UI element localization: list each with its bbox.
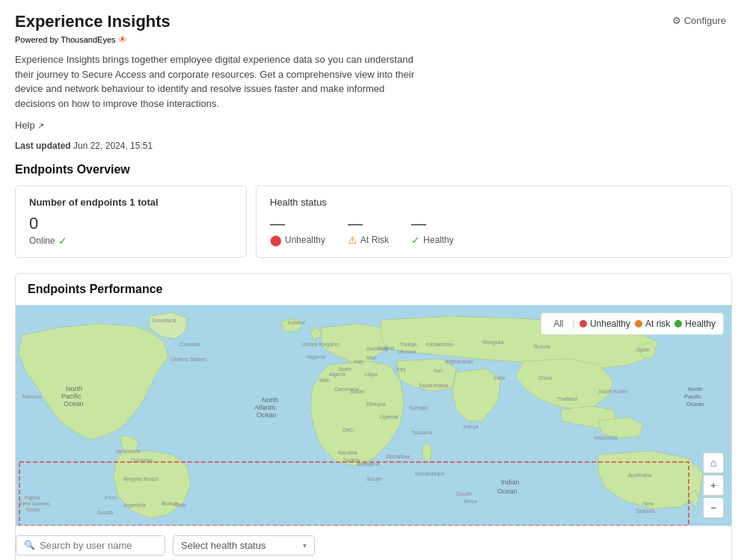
filter-healthy-item[interactable]: Healthy xyxy=(674,319,716,329)
help-link[interactable]: Help ↗ xyxy=(15,118,419,133)
filter-atrisk-item[interactable]: At risk xyxy=(635,319,670,329)
svg-text:Pacific: Pacific xyxy=(684,393,702,400)
map-filter-panel: All | Unhealthy At risk Healthy xyxy=(541,313,724,335)
svg-text:Iraq: Iraq xyxy=(396,366,405,372)
svg-text:Venezuela: Venezuela xyxy=(116,449,141,454)
svg-text:Nigeria: Nigeria xyxy=(307,354,326,360)
svg-text:Italy: Italy xyxy=(354,359,363,365)
svg-text:Argentina: Argentina xyxy=(123,502,146,508)
svg-text:South: South xyxy=(456,490,472,497)
svg-text:India: India xyxy=(494,375,505,381)
endpoints-label: Number of endpoints 1 total xyxy=(29,197,233,208)
svg-text:Zealand: Zealand xyxy=(636,508,654,514)
svg-text:South: South xyxy=(26,507,40,512)
world-map[interactable]: North Pacific Ocean North Atlantic Ocean… xyxy=(16,305,731,526)
svg-text:Ocean: Ocean xyxy=(64,400,84,407)
svg-text:Indonesia: Indonesia xyxy=(594,435,617,440)
health-status-select[interactable]: Select health status Unhealthy At Risk H… xyxy=(181,540,303,551)
search-input[interactable] xyxy=(40,540,157,551)
svg-text:South: South xyxy=(97,509,113,516)
performance-title: Endpoints Performance xyxy=(28,283,719,296)
svg-text:Tanzania: Tanzania xyxy=(411,430,432,435)
svg-text:China: China xyxy=(538,375,552,381)
search-icon: 🔍 xyxy=(24,540,35,550)
map-controls: ⌂ + − xyxy=(703,452,724,518)
svg-text:Thailand: Thailand xyxy=(557,396,577,401)
svg-text:Angola: Angola xyxy=(123,476,142,482)
svg-text:Colombia: Colombia xyxy=(131,458,153,463)
svg-text:Cameroon: Cameroon xyxy=(334,387,359,392)
endpoints-count: 0 xyxy=(29,214,233,233)
svg-text:Botswana: Botswana xyxy=(357,461,380,467)
endpoints-performance-section: Endpoints Performance xyxy=(15,273,732,561)
svg-text:Greenland: Greenland xyxy=(152,318,176,323)
filter-all-button[interactable]: All xyxy=(549,317,568,330)
map-zoom-in-button[interactable]: + xyxy=(703,475,724,496)
health-at-risk: — ⚠ At Risk xyxy=(348,215,389,246)
svg-text:Africa: Africa xyxy=(464,499,477,504)
svg-text:Iceland: Iceland xyxy=(288,320,305,325)
svg-text:Kenya: Kenya xyxy=(464,424,479,430)
svg-text:Mozambique: Mozambique xyxy=(415,471,445,477)
health-healthy: — ✓ Healthy xyxy=(411,215,454,246)
chevron-down-icon: ▾ xyxy=(303,541,307,550)
health-status-title: Health status xyxy=(270,197,718,208)
health-status-select-wrapper[interactable]: Select health status Unhealthy At Risk H… xyxy=(173,535,315,556)
svg-text:Kazakhstan: Kazakhstan xyxy=(426,342,454,347)
svg-text:Somalia: Somalia xyxy=(409,405,428,410)
svg-text:Spain: Spain xyxy=(338,366,351,372)
svg-text:Ocean: Ocean xyxy=(256,411,277,419)
svg-text:Namibia: Namibia xyxy=(338,450,357,455)
svg-text:Pacific: Pacific xyxy=(61,393,82,400)
svg-text:Mongolia: Mongolia xyxy=(482,339,504,345)
svg-text:Ocean: Ocean xyxy=(497,487,517,495)
svg-text:Mali: Mali xyxy=(366,355,376,360)
svg-text:Bolivia: Bolivia xyxy=(162,500,179,507)
svg-text:North: North xyxy=(688,386,703,393)
svg-text:Russia: Russia xyxy=(534,344,550,349)
svg-text:Libya: Libya xyxy=(365,372,378,378)
svg-text:Papua: Papua xyxy=(25,495,40,501)
svg-text:Atlantic: Atlantic xyxy=(254,404,277,411)
svg-text:Ukraine: Ukraine xyxy=(398,349,416,354)
svg-text:North: North xyxy=(66,385,82,393)
svg-text:Japan: Japan xyxy=(636,347,650,353)
last-updated: Last updated Jun 22, 2024, 15:51 xyxy=(15,141,732,151)
svg-text:Peru: Peru xyxy=(105,494,117,501)
search-row: 🔍 Select health status Unhealthy At Risk… xyxy=(16,526,731,561)
svg-text:DRC: DRC xyxy=(342,428,354,433)
svg-text:Ethiopia: Ethiopia xyxy=(366,401,385,407)
svg-text:Saudi Arabia: Saudi Arabia xyxy=(419,383,449,388)
svg-text:South: South xyxy=(366,476,382,482)
svg-text:Indian: Indian xyxy=(501,479,520,486)
svg-text:Brazil: Brazil xyxy=(144,476,159,482)
endpoints-count-card: Number of endpoints 1 total 0 Online ✓ xyxy=(15,185,247,258)
unhealthy-dot xyxy=(580,320,587,327)
atrisk-dot xyxy=(635,320,642,327)
map-zoom-out-button[interactable]: − xyxy=(703,497,724,518)
health-status-card: Health status — ⬤ Unhealthy — ⚠ At Risk xyxy=(256,185,732,258)
healthy-dot xyxy=(674,320,682,327)
svg-text:Zambia: Zambia xyxy=(342,458,360,463)
svg-text:New Guinea: New Guinea xyxy=(20,501,49,506)
page-title: Experience Insights xyxy=(15,12,170,31)
description-text: Experience Insights brings together empl… xyxy=(15,52,419,111)
svg-text:Mali: Mali xyxy=(319,378,329,383)
svg-text:United States: United States xyxy=(170,356,206,363)
svg-text:New: New xyxy=(643,501,654,506)
svg-text:Mexico: Mexico xyxy=(22,393,42,400)
powered-by: Powered by ThousandEyes 👁 xyxy=(15,34,732,45)
svg-text:Uganda: Uganda xyxy=(380,414,399,420)
filter-unhealthy-item[interactable]: Unhealthy xyxy=(580,319,630,329)
svg-text:Ocean: Ocean xyxy=(686,401,704,407)
svg-text:Germany: Germany xyxy=(366,346,388,352)
svg-text:Algeria: Algeria xyxy=(329,372,345,378)
configure-button[interactable]: ⚙ Configure xyxy=(666,12,732,29)
endpoints-overview-title: Endpoints Overview xyxy=(15,163,732,176)
svg-text:Türkiye: Türkiye xyxy=(400,342,417,348)
health-unhealthy: — ⬤ Unhealthy xyxy=(270,215,325,246)
online-status: Online ✓ xyxy=(29,235,233,247)
svg-text:South Korea: South Korea xyxy=(598,389,627,394)
map-home-button[interactable]: ⌂ xyxy=(703,452,724,473)
svg-text:Iran: Iran xyxy=(434,368,443,373)
